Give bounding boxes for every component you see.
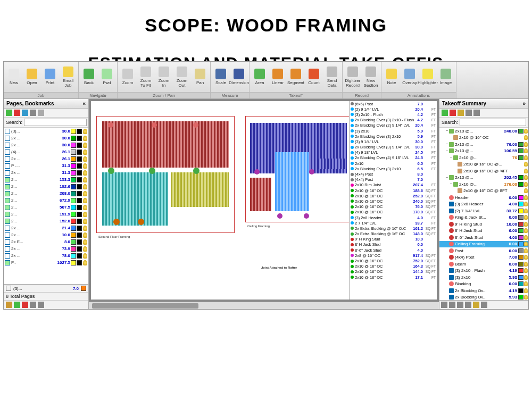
tool-a-icon[interactable] xyxy=(6,302,12,308)
page-item-bulb-icon[interactable] xyxy=(83,212,87,217)
page-item[interactable]: 2...208.0 xyxy=(4,190,88,197)
takeoff-item[interactable]: 2x10 @ 16" OC752.0SQ FT xyxy=(350,258,437,263)
page-item-bulb-icon[interactable] xyxy=(83,177,87,182)
linear-button[interactable]: Linear xyxy=(269,68,287,86)
takeoff-item[interactable]: (4x4) Post7.0 xyxy=(350,177,437,182)
sum-cfg-icon[interactable] xyxy=(473,110,480,116)
highlighter-button[interactable]: Highlighter xyxy=(419,68,437,86)
takeoff-item[interactable]: 2x10 @ 16" OC188.6SQ FT xyxy=(350,188,437,193)
page-item-bulb-icon[interactable] xyxy=(83,163,87,169)
page-item[interactable]: 2...192.6 xyxy=(4,183,88,190)
summary-search-input[interactable] xyxy=(460,119,526,126)
summary-bulb-icon[interactable] xyxy=(524,182,528,187)
summary-bulb-icon[interactable] xyxy=(524,209,528,213)
takeoff-item[interactable]: 9' H King Stud10.0 xyxy=(350,237,437,242)
open-button[interactable]: Open xyxy=(23,68,41,86)
summary-item[interactable]: 2x10 @ 16" OC @ 8FT xyxy=(439,188,528,195)
collapse-right-icon[interactable]: » xyxy=(522,101,526,106)
collapse-left-icon[interactable]: « xyxy=(82,101,86,106)
page-item[interactable]: 2...672.9 xyxy=(4,197,88,204)
summary-item[interactable]: (4x4) Post7.00 xyxy=(439,254,528,261)
takeoff-item[interactable]: 2x Extra Blocking @ 16" OC148.0SQ FT xyxy=(350,231,437,237)
digitizer-record-button[interactable]: Digitizer Record xyxy=(344,65,362,89)
page-item-bulb-icon[interactable] xyxy=(83,205,87,210)
takeoff-item[interactable]: 2x10 @ 16" OC76.0SQ FT xyxy=(350,204,437,210)
send-data-button[interactable]: Send Data xyxy=(323,65,341,89)
takeoff-item[interactable]: 2x10 @ 16" OC240.0SQ FT xyxy=(350,198,437,204)
summary-bulb-icon[interactable] xyxy=(524,202,528,206)
summary-bulb-icon[interactable] xyxy=(524,228,528,233)
tool-del-icon[interactable] xyxy=(22,302,28,308)
summary-list[interactable]: −2x10 @...240.002x10 @ 16" OC−2x10 @...7… xyxy=(439,128,528,300)
zoom-fit-button[interactable]: Zoom To Fit xyxy=(137,65,155,89)
image-button[interactable]: Image xyxy=(437,68,455,86)
page-item-bulb-icon[interactable] xyxy=(83,253,87,259)
takeoff-item[interactable]: 2x8 @ 16" OC917.4SQ FT xyxy=(350,253,437,258)
pan-button[interactable]: Pan xyxy=(191,68,209,86)
summary-bulb-icon[interactable] xyxy=(524,235,528,240)
scale-button[interactable]: Scale xyxy=(212,68,230,86)
takeoff-item[interactable]: (3) 2x10 - Flush4.2FT xyxy=(350,112,437,117)
tool-add-icon[interactable] xyxy=(14,302,20,308)
page-item-bulb-icon[interactable] xyxy=(83,219,87,224)
page-item-bulb-icon[interactable] xyxy=(83,129,87,134)
takeoff-item[interactable]: (3) 2x105.9FT xyxy=(350,128,437,134)
page-item[interactable]: 2...153.3 xyxy=(4,176,88,183)
summary-bulb-icon[interactable] xyxy=(524,255,528,260)
summary-bulb-icon[interactable] xyxy=(524,129,528,134)
takeoff-item[interactable]: (2) 9 1/4" LVL20.4FT xyxy=(350,106,437,112)
segment-button[interactable]: Segment xyxy=(287,68,305,86)
count-button[interactable]: Count xyxy=(305,68,323,86)
tool-b-icon[interactable] xyxy=(30,302,36,308)
summary-item[interactable]: 8'-6" Jack Stud4.00 xyxy=(439,234,528,241)
plan-ceiling[interactable] xyxy=(245,116,352,222)
takeoff-item[interactable]: (6x6) Post7.0 xyxy=(350,101,437,106)
sum-add-icon[interactable] xyxy=(442,110,448,116)
zoom-out-button[interactable]: Zoom Out xyxy=(173,65,191,89)
dimension-button[interactable]: Dimension xyxy=(230,68,248,86)
summary-bulb-icon[interactable] xyxy=(524,242,528,246)
page-item[interactable]: (4)...26.1 xyxy=(4,148,88,155)
summary-bulb-icon[interactable] xyxy=(524,135,528,140)
page-item-bulb-icon[interactable] xyxy=(83,191,87,196)
takeoff-item[interactable]: 2x10 @ 16" OC144.0SQ FT xyxy=(350,269,437,275)
takeoff-item[interactable]: 2x106.5FT xyxy=(350,161,437,166)
summary-bulb-icon[interactable] xyxy=(524,215,528,220)
summary-bulb-icon[interactable] xyxy=(524,281,528,286)
page-item-bulb-icon[interactable] xyxy=(83,198,87,203)
page-item-bulb-icon[interactable] xyxy=(83,156,87,162)
summary-item[interactable]: −2x10 @...240.00 xyxy=(439,128,528,135)
page-item[interactable]: 2...191.9 xyxy=(4,211,88,218)
summary-item[interactable]: (3) 2x8 Header4.00 xyxy=(439,201,528,208)
expand-icon[interactable]: − xyxy=(445,176,449,180)
page-item[interactable]: 2...152.0 xyxy=(4,218,88,225)
summary-item[interactable]: (3) 2x105.93 xyxy=(439,274,528,281)
page-item-bulb-icon[interactable] xyxy=(83,149,87,155)
summary-item[interactable]: Ceiling Framing0.00 xyxy=(439,241,528,248)
email-job-button[interactable]: Email Job xyxy=(59,65,77,89)
takeoff-item[interactable]: 2x Blocking Over (2) 9 1/4" LVL20.4FT xyxy=(350,123,437,128)
selected-page-row[interactable]: (3)... 7.0 xyxy=(4,285,88,292)
summary-bulb-icon[interactable] xyxy=(524,222,528,227)
page-item-bulb-icon[interactable] xyxy=(83,184,87,189)
summary-item[interactable]: −2x10 @...76 xyxy=(439,154,528,161)
bt-b-icon[interactable] xyxy=(449,302,455,308)
summary-item[interactable]: −2x10 @...76.00 xyxy=(439,141,528,148)
area-button[interactable]: Area xyxy=(251,68,269,86)
new-button[interactable]: New xyxy=(5,68,23,86)
takeoff-item[interactable]: 2x10 @ 16" OC170.0SQ FT xyxy=(350,210,437,215)
print-button[interactable]: Print xyxy=(41,68,59,86)
summary-bulb-icon[interactable] xyxy=(524,148,528,153)
summary-item[interactable]: Beam0.00 xyxy=(439,261,528,268)
back-button[interactable]: Back xyxy=(80,68,98,86)
summary-item[interactable]: −2x10 @...202.45 xyxy=(439,174,528,181)
sort-icon[interactable] xyxy=(30,110,36,116)
sum-del-icon[interactable] xyxy=(450,110,456,116)
takeoff-item[interactable]: 2x Blocking Over (3) 2x106.5FT xyxy=(350,166,437,171)
page-item-bulb-icon[interactable] xyxy=(83,136,87,141)
refresh-icon[interactable] xyxy=(22,110,28,116)
summary-item[interactable]: 9' H King Stud10.00 xyxy=(439,221,528,228)
summary-bulb-icon[interactable] xyxy=(524,195,528,200)
summary-item[interactable]: 2x Blocking Ov...5.93 xyxy=(439,294,528,301)
takeoff-item[interactable]: (4x4) Post8.0 xyxy=(350,171,437,177)
